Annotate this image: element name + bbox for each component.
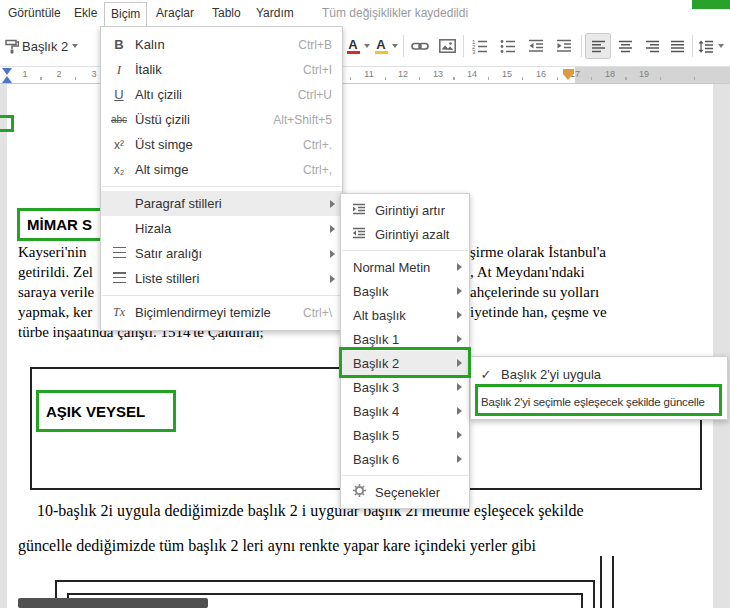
submenu-arrow-icon bbox=[330, 275, 335, 283]
submenu-item-decrease-indent[interactable]: Girintiyi azalt bbox=[341, 222, 469, 246]
format-menu: B Kalın Ctrl+B I İtalik Ctrl+I U Altı çi… bbox=[100, 26, 343, 331]
menu-view[interactable]: Görüntüle bbox=[2, 3, 67, 24]
submenu-item-heading6[interactable]: Başlık 6 bbox=[341, 447, 469, 471]
line-spacing-icon bbox=[107, 246, 131, 261]
submenu-item-label: Başlık 3 bbox=[341, 380, 469, 395]
menu-item-label: İtalik bbox=[131, 62, 303, 77]
chevron-down-icon bbox=[392, 44, 398, 48]
doc-text: , At Meydanı'ndaki bbox=[470, 264, 585, 281]
bulleted-list-button[interactable] bbox=[495, 33, 521, 59]
submenu-item-label: Girintiyi artır bbox=[371, 203, 469, 218]
submenu-item-label: Girintiyi azalt bbox=[371, 227, 469, 242]
menu-item-paragraph-styles[interactable]: Paragraf stilleri bbox=[101, 191, 342, 216]
menu-separator bbox=[102, 186, 341, 187]
doc-text: getirildi. Zel bbox=[18, 264, 93, 281]
chevron-down-icon bbox=[718, 44, 724, 48]
menu-item-underline[interactable]: U Altı çizili Ctrl+U bbox=[101, 82, 342, 107]
italic-icon: I bbox=[107, 62, 131, 78]
submenu-arrow-icon bbox=[457, 407, 462, 415]
doc-text: saraya verile bbox=[18, 284, 94, 301]
menu-tools[interactable]: Araçlar bbox=[150, 3, 200, 24]
menu-table[interactable]: Tablo bbox=[206, 3, 247, 24]
numbered-list-button[interactable]: 123 bbox=[467, 33, 493, 59]
submenu-arrow-icon bbox=[330, 225, 335, 233]
menu-item-subscript[interactable]: x₂ Alt simge Ctrl+, bbox=[101, 157, 342, 182]
submenu-arrow-icon bbox=[330, 200, 335, 208]
menu-shortcut: Ctrl+. bbox=[303, 138, 332, 152]
menu-help[interactable]: Yardım bbox=[250, 3, 300, 24]
doc-note-line1: 10-başlık 2i uygula dediğimizde başlık 2… bbox=[37, 502, 584, 520]
submenu-item-label: Başlık bbox=[341, 284, 469, 299]
bold-icon: B bbox=[107, 37, 131, 52]
submenu-item-heading3[interactable]: Başlık 3 bbox=[341, 375, 469, 399]
menu-shortcut: Ctrl+U bbox=[298, 88, 332, 102]
menu-item-bold[interactable]: B Kalın Ctrl+B bbox=[101, 32, 342, 57]
submenu-item-subtitle[interactable]: Alt başlık bbox=[341, 303, 469, 327]
submenu-item-label: Seçenekler bbox=[371, 485, 469, 500]
doc-text: ahçelerinde su yolları bbox=[470, 284, 599, 301]
align-center-button[interactable] bbox=[612, 33, 638, 59]
menu-item-align[interactable]: Hizala bbox=[101, 216, 342, 241]
toolbar-separator bbox=[581, 35, 582, 57]
submenu-item-increase-indent[interactable]: Girintiyi artır bbox=[341, 198, 469, 222]
submenu-item-title[interactable]: Başlık bbox=[341, 279, 469, 303]
left-indent-marker[interactable] bbox=[2, 76, 12, 83]
submenu-arrow-icon bbox=[457, 455, 462, 463]
submenu-item-heading4[interactable]: Başlık 4 bbox=[341, 399, 469, 423]
menu-item-line-spacing[interactable]: Satır aralığı bbox=[101, 241, 342, 266]
submenu-item-heading5[interactable]: Başlık 5 bbox=[341, 423, 469, 447]
doc-text: şirme olarak İstanbul'a bbox=[470, 244, 606, 261]
align-left-icon bbox=[591, 40, 606, 53]
menu-shortcut: Alt+Shift+5 bbox=[273, 113, 332, 127]
menu-item-label: Satır aralığı bbox=[131, 246, 342, 261]
menu-item-superscript[interactable]: x² Üst simge Ctrl+. bbox=[101, 132, 342, 157]
insert-link-button[interactable] bbox=[407, 33, 433, 59]
ruler-number: 13 bbox=[431, 69, 445, 79]
ruler-number: 3 bbox=[87, 69, 101, 79]
menu-item-strikethrough[interactable]: abc Üstü çizili Alt+Shift+5 bbox=[101, 107, 342, 132]
paint-format-button[interactable] bbox=[2, 33, 22, 59]
submenu-arrow-icon bbox=[457, 263, 462, 271]
submenu-item-label: Başlık 5 bbox=[341, 428, 469, 443]
menubar: Görüntüle Ekle Biçim Araçlar Tablo Yardı… bbox=[0, 0, 730, 26]
menu-item-label: Paragraf stilleri bbox=[131, 196, 342, 211]
decrease-indent-button[interactable] bbox=[523, 33, 549, 59]
check-icon: ✓ bbox=[475, 367, 497, 382]
increase-indent-button[interactable] bbox=[551, 33, 577, 59]
line-spacing-button[interactable] bbox=[696, 33, 726, 59]
ruler-margin-area bbox=[575, 67, 730, 83]
ruler-number: 1 bbox=[18, 69, 32, 79]
highlight-color-button[interactable]: A bbox=[372, 33, 400, 59]
submenu-item-label: Alt başlık bbox=[341, 308, 469, 323]
menu-item-list-styles[interactable]: Liste stilleri bbox=[101, 266, 342, 291]
submenu-arrow-icon bbox=[457, 431, 462, 439]
first-line-indent-marker[interactable] bbox=[2, 68, 12, 75]
menu-item-italic[interactable]: I İtalik Ctrl+I bbox=[101, 57, 342, 82]
strikethrough-icon: abc bbox=[107, 114, 131, 125]
ruler-number: 14 bbox=[465, 69, 479, 79]
submenu-item-options[interactable]: Seçenekler bbox=[341, 480, 469, 504]
menu-format[interactable]: Biçim bbox=[104, 2, 147, 26]
ruler-number: 18 bbox=[603, 69, 617, 79]
submenu-item-label: Başlık 6 bbox=[341, 452, 469, 467]
google-docs-window: Görüntüle Ekle Biçim Araçlar Tablo Yardı… bbox=[0, 0, 730, 608]
menu-item-clear-formatting[interactable]: Tx Biçimlendirmeyi temizle Ctrl+\ bbox=[101, 300, 342, 325]
insert-image-icon bbox=[439, 39, 456, 53]
insert-image-button[interactable] bbox=[434, 33, 460, 59]
paragraph-style-selector[interactable]: Başlık 2 bbox=[22, 33, 98, 59]
horizontal-scrollbar-thumb[interactable] bbox=[18, 598, 208, 608]
menu-insert[interactable]: Ekle bbox=[68, 3, 103, 24]
chevron-down-icon bbox=[72, 44, 78, 48]
annotation-box-heading2: AŞIK VEYSEL bbox=[36, 390, 176, 432]
menu-shortcut: Ctrl+I bbox=[303, 63, 332, 77]
chevron-down-icon bbox=[364, 44, 370, 48]
align-center-icon bbox=[618, 40, 633, 53]
subscript-icon: x₂ bbox=[107, 163, 131, 177]
decrease-indent-icon bbox=[347, 227, 371, 242]
submenu-item-normal-text[interactable]: Normal Metin bbox=[341, 255, 469, 279]
align-left-button[interactable] bbox=[585, 33, 611, 59]
align-right-button[interactable] bbox=[639, 33, 665, 59]
justify-button[interactable] bbox=[664, 33, 690, 59]
text-color-button[interactable]: A bbox=[344, 33, 372, 59]
page-margin-left bbox=[0, 84, 7, 608]
